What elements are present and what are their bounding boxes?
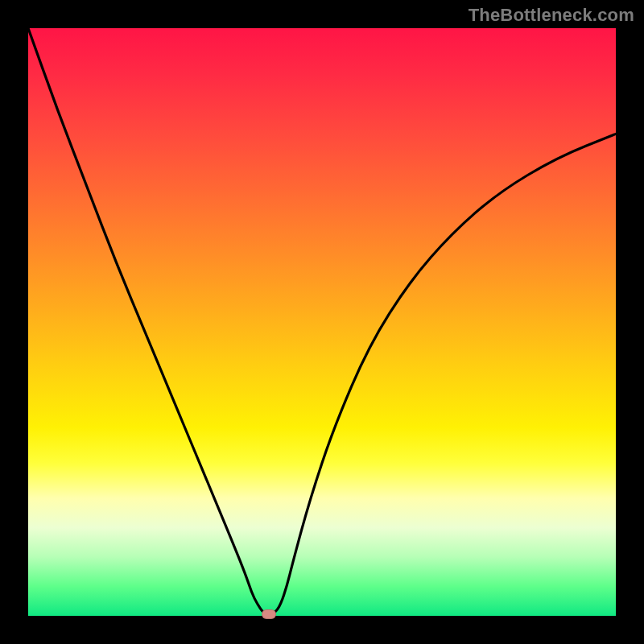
chart-stage: TheBottleneck.com: [0, 0, 644, 644]
plot-area: [28, 28, 616, 616]
bottleneck-curve: [28, 28, 616, 616]
optimal-point-marker: [262, 609, 276, 619]
watermark-text: TheBottleneck.com: [469, 5, 634, 26]
